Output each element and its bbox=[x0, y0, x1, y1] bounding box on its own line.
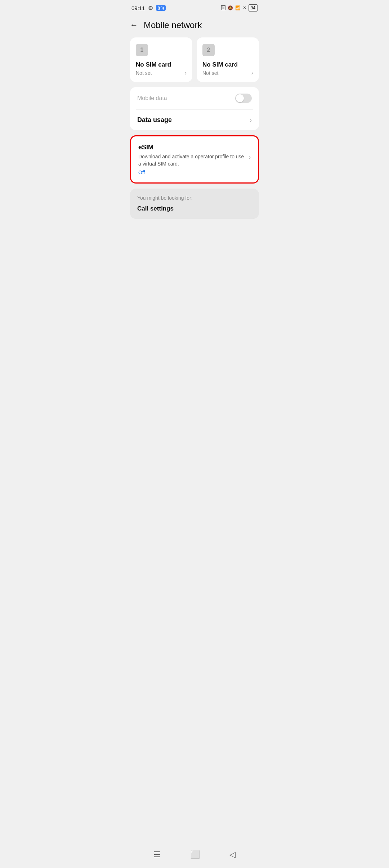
radio-icon: ((·)) bbox=[156, 5, 166, 11]
main-content: 1 No SIM card Not set › 2 No SIM card No… bbox=[124, 37, 265, 219]
esim-card[interactable]: eSIM Download and activate a operator pr… bbox=[130, 135, 259, 184]
sim2-number-icon: 2 bbox=[202, 44, 215, 56]
esim-chevron-icon: › bbox=[249, 154, 251, 161]
wifi-icon: 📶 bbox=[235, 5, 241, 10]
esim-desc-row: Download and activate a operator profile… bbox=[138, 153, 251, 175]
sim-card-2[interactable]: 2 No SIM card Not set › bbox=[197, 37, 259, 82]
sim1-title: No SIM card bbox=[136, 61, 187, 68]
gear-icon: ⚙ bbox=[148, 5, 153, 12]
mobile-data-row: Mobile data bbox=[130, 87, 259, 109]
header: ← Mobile network bbox=[124, 14, 265, 37]
data-usage-chevron-icon: › bbox=[250, 117, 252, 123]
back-button[interactable]: ← bbox=[130, 21, 138, 30]
sim2-subtitle: Not set bbox=[202, 70, 218, 76]
sim1-subtitle: Not set bbox=[136, 70, 152, 76]
mute-icon: 🔕 bbox=[228, 5, 233, 10]
esim-title: eSIM bbox=[138, 144, 251, 151]
esim-status: Off bbox=[138, 169, 245, 175]
sim1-subtitle-row: Not set › bbox=[136, 70, 187, 76]
sim2-title: No SIM card bbox=[202, 61, 253, 68]
data-usage-row[interactable]: Data usage › bbox=[130, 110, 259, 130]
sim2-chevron-icon: › bbox=[251, 70, 253, 76]
esim-description: Download and activate a operator profile… bbox=[138, 154, 244, 167]
call-settings-item[interactable]: Call settings bbox=[137, 205, 252, 212]
toggle-knob bbox=[236, 94, 244, 102]
sim2-subtitle-row: Not set › bbox=[202, 70, 253, 76]
sim1-number-icon: 1 bbox=[136, 44, 148, 56]
x-icon: ✕ bbox=[243, 5, 246, 10]
nfc-icon: 🄽 bbox=[221, 5, 225, 10]
looking-for-card: You might be looking for: Call settings bbox=[130, 189, 259, 219]
status-right: 🄽 🔕 📶 ✕ 94 bbox=[221, 4, 258, 12]
data-card: Mobile data Data usage › bbox=[130, 87, 259, 130]
mobile-data-label: Mobile data bbox=[137, 95, 167, 101]
mobile-data-toggle[interactable] bbox=[235, 94, 252, 103]
sim-card-1[interactable]: 1 No SIM card Not set › bbox=[130, 37, 192, 82]
sim1-chevron-icon: › bbox=[185, 70, 187, 76]
data-usage-label: Data usage bbox=[137, 116, 172, 124]
time-display: 09:11 bbox=[131, 5, 145, 11]
battery-indicator: 94 bbox=[249, 4, 258, 12]
looking-for-label: You might be looking for: bbox=[137, 195, 252, 201]
esim-description-block: Download and activate a operator profile… bbox=[138, 153, 245, 175]
sim-cards-row: 1 No SIM card Not set › 2 No SIM card No… bbox=[130, 37, 259, 82]
status-left: 09:11 ⚙ ((·)) bbox=[131, 5, 166, 12]
page-title: Mobile network bbox=[144, 20, 202, 30]
status-bar: 09:11 ⚙ ((·)) 🄽 🔕 📶 ✕ 94 bbox=[124, 0, 265, 14]
